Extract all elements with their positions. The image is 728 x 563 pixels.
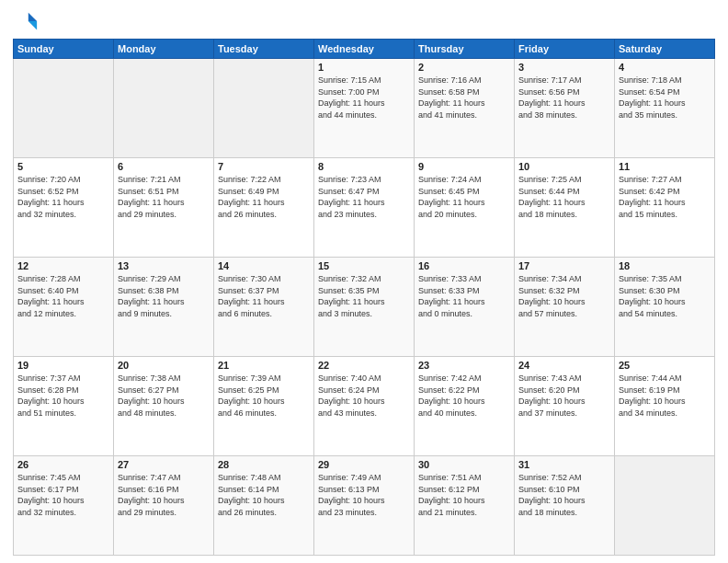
day-number: 2 [418,62,510,73]
day-number: 15 [318,260,410,271]
weekday-header-saturday: Saturday [615,40,715,59]
day-info: Sunrise: 7:20 AM Sunset: 6:52 PM Dayligh… [17,174,109,220]
day-number: 1 [318,62,410,73]
day-cell: 8Sunrise: 7:23 AM Sunset: 6:47 PM Daylig… [314,158,415,258]
day-info: Sunrise: 7:29 AM Sunset: 6:38 PM Dayligh… [118,273,210,319]
day-number: 20 [118,360,210,371]
day-info: Sunrise: 7:15 AM Sunset: 7:00 PM Dayligh… [318,75,410,121]
weekday-header-monday: Monday [114,40,214,59]
day-number: 11 [619,161,711,172]
day-cell: 9Sunrise: 7:24 AM Sunset: 6:45 PM Daylig… [415,158,515,258]
day-cell: 11Sunrise: 7:27 AM Sunset: 6:42 PM Dayli… [615,158,715,258]
header [13,9,715,35]
day-number: 7 [218,161,310,172]
day-info: Sunrise: 7:22 AM Sunset: 6:49 PM Dayligh… [218,174,310,220]
day-number: 6 [118,161,210,172]
day-info: Sunrise: 7:52 AM Sunset: 6:10 PM Dayligh… [518,472,610,518]
day-info: Sunrise: 7:33 AM Sunset: 6:33 PM Dayligh… [418,273,510,319]
day-info: Sunrise: 7:37 AM Sunset: 6:28 PM Dayligh… [17,373,109,419]
day-info: Sunrise: 7:21 AM Sunset: 6:51 PM Dayligh… [118,174,210,220]
day-info: Sunrise: 7:17 AM Sunset: 6:56 PM Dayligh… [518,75,610,121]
day-info: Sunrise: 7:35 AM Sunset: 6:30 PM Dayligh… [619,273,711,319]
day-number: 14 [218,260,310,271]
day-cell: 25Sunrise: 7:44 AM Sunset: 6:19 PM Dayli… [615,357,715,456]
day-cell: 26Sunrise: 7:45 AM Sunset: 6:17 PM Dayli… [14,456,114,556]
day-cell: 4Sunrise: 7:18 AM Sunset: 6:54 PM Daylig… [615,59,715,158]
day-number: 10 [518,161,610,172]
day-number: 30 [418,459,510,470]
day-cell: 21Sunrise: 7:39 AM Sunset: 6:25 PM Dayli… [214,357,314,456]
day-info: Sunrise: 7:34 AM Sunset: 6:32 PM Dayligh… [518,273,610,319]
day-info: Sunrise: 7:24 AM Sunset: 6:45 PM Dayligh… [418,174,510,220]
svg-marker-1 [28,21,37,29]
day-cell: 27Sunrise: 7:47 AM Sunset: 6:16 PM Dayli… [114,456,214,556]
day-cell: 23Sunrise: 7:42 AM Sunset: 6:22 PM Dayli… [415,357,515,456]
day-cell [114,59,214,158]
day-number: 18 [619,260,711,271]
day-cell: 12Sunrise: 7:28 AM Sunset: 6:40 PM Dayli… [14,258,114,357]
day-cell: 6Sunrise: 7:21 AM Sunset: 6:51 PM Daylig… [114,158,214,258]
day-info: Sunrise: 7:27 AM Sunset: 6:42 PM Dayligh… [619,174,711,220]
day-info: Sunrise: 7:45 AM Sunset: 6:17 PM Dayligh… [17,472,109,518]
day-cell: 30Sunrise: 7:51 AM Sunset: 6:12 PM Dayli… [415,456,515,556]
day-number: 9 [418,161,510,172]
day-number: 23 [418,360,510,371]
day-info: Sunrise: 7:43 AM Sunset: 6:20 PM Dayligh… [518,373,610,419]
day-cell: 14Sunrise: 7:30 AM Sunset: 6:37 PM Dayli… [214,258,314,357]
logo-icon [13,9,39,35]
day-number: 28 [218,459,310,470]
day-info: Sunrise: 7:51 AM Sunset: 6:12 PM Dayligh… [418,472,510,518]
day-cell: 20Sunrise: 7:38 AM Sunset: 6:27 PM Dayli… [114,357,214,456]
day-cell: 1Sunrise: 7:15 AM Sunset: 7:00 PM Daylig… [314,59,415,158]
day-info: Sunrise: 7:32 AM Sunset: 6:35 PM Dayligh… [318,273,410,319]
day-cell: 31Sunrise: 7:52 AM Sunset: 6:10 PM Dayli… [515,456,615,556]
day-cell: 13Sunrise: 7:29 AM Sunset: 6:38 PM Dayli… [114,258,214,357]
day-number: 29 [318,459,410,470]
day-info: Sunrise: 7:25 AM Sunset: 6:44 PM Dayligh… [518,174,610,220]
day-cell: 7Sunrise: 7:22 AM Sunset: 6:49 PM Daylig… [214,158,314,258]
day-cell: 17Sunrise: 7:34 AM Sunset: 6:32 PM Dayli… [515,258,615,357]
day-cell: 2Sunrise: 7:16 AM Sunset: 6:58 PM Daylig… [415,59,515,158]
page: SundayMondayTuesdayWednesdayThursdayFrid… [0,0,728,563]
day-number: 8 [318,161,410,172]
day-cell: 24Sunrise: 7:43 AM Sunset: 6:20 PM Dayli… [515,357,615,456]
day-number: 26 [17,459,109,470]
day-cell: 15Sunrise: 7:32 AM Sunset: 6:35 PM Dayli… [314,258,415,357]
day-cell [214,59,314,158]
day-cell: 5Sunrise: 7:20 AM Sunset: 6:52 PM Daylig… [14,158,114,258]
day-cell: 10Sunrise: 7:25 AM Sunset: 6:44 PM Dayli… [515,158,615,258]
weekday-header-tuesday: Tuesday [214,40,314,59]
day-number: 24 [518,360,610,371]
day-cell [615,456,715,556]
week-row-0: 1Sunrise: 7:15 AM Sunset: 7:00 PM Daylig… [14,59,715,158]
day-number: 12 [17,260,109,271]
day-number: 4 [619,62,711,73]
svg-marker-0 [28,13,37,21]
day-info: Sunrise: 7:48 AM Sunset: 6:14 PM Dayligh… [218,472,310,518]
weekday-header-wednesday: Wednesday [314,40,415,59]
day-info: Sunrise: 7:40 AM Sunset: 6:24 PM Dayligh… [318,373,410,419]
day-cell: 22Sunrise: 7:40 AM Sunset: 6:24 PM Dayli… [314,357,415,456]
day-number: 21 [218,360,310,371]
weekday-header-friday: Friday [515,40,615,59]
day-info: Sunrise: 7:18 AM Sunset: 6:54 PM Dayligh… [619,75,711,121]
day-number: 22 [318,360,410,371]
day-number: 25 [619,360,711,371]
day-number: 5 [17,161,109,172]
day-cell: 19Sunrise: 7:37 AM Sunset: 6:28 PM Dayli… [14,357,114,456]
day-info: Sunrise: 7:16 AM Sunset: 6:58 PM Dayligh… [418,75,510,121]
day-info: Sunrise: 7:44 AM Sunset: 6:19 PM Dayligh… [619,373,711,419]
day-info: Sunrise: 7:38 AM Sunset: 6:27 PM Dayligh… [118,373,210,419]
day-number: 3 [518,62,610,73]
day-info: Sunrise: 7:42 AM Sunset: 6:22 PM Dayligh… [418,373,510,419]
week-row-1: 5Sunrise: 7:20 AM Sunset: 6:52 PM Daylig… [14,158,715,258]
day-number: 17 [518,260,610,271]
day-number: 27 [118,459,210,470]
day-cell: 28Sunrise: 7:48 AM Sunset: 6:14 PM Dayli… [214,456,314,556]
day-cell: 16Sunrise: 7:33 AM Sunset: 6:33 PM Dayli… [415,258,515,357]
day-number: 19 [17,360,109,371]
weekday-header-sunday: Sunday [14,40,114,59]
logo [13,9,40,35]
day-number: 13 [118,260,210,271]
day-cell: 29Sunrise: 7:49 AM Sunset: 6:13 PM Dayli… [314,456,415,556]
